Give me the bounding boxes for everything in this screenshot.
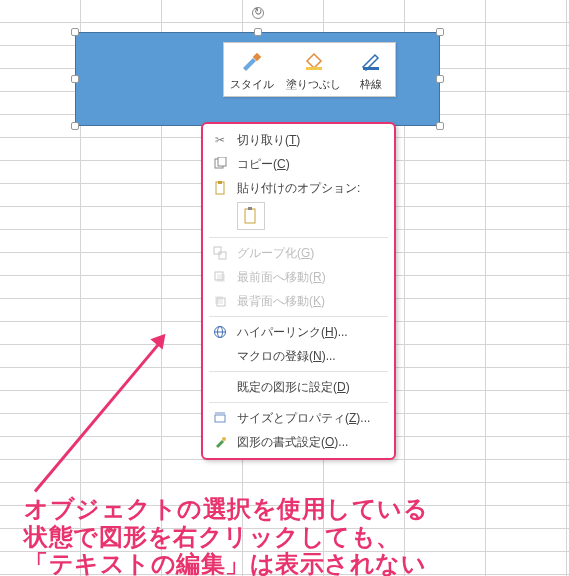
menu-cut-label: 切り取り(T) <box>237 132 300 149</box>
outline-button[interactable]: 枠線 <box>347 43 395 96</box>
annotation-caption: オブジェクトの選択を使用している 状態で図形を右クリックしても、 「テキストの編… <box>24 495 428 576</box>
bring-front-icon <box>209 268 231 286</box>
copy-icon <box>209 155 231 173</box>
menu-send-back-label: 最背面へ移動(K) <box>237 293 325 310</box>
menu-size-props-label: サイズとプロパティ(Z)... <box>237 410 370 427</box>
globe-icon <box>209 323 231 341</box>
resize-handle[interactable] <box>436 75 444 83</box>
resize-handle[interactable] <box>71 75 79 83</box>
outline-label: 枠線 <box>360 77 382 92</box>
fill-label: 塗りつぶし <box>286 77 341 92</box>
menu-cut[interactable]: ✂ 切り取り(T) <box>203 128 394 152</box>
send-back-icon <box>209 292 231 310</box>
group-icon <box>209 244 231 262</box>
svg-rect-13 <box>215 296 223 304</box>
paintbrush-icon <box>238 49 266 73</box>
menu-hyperlink[interactable]: ハイパーリンク(H)... <box>203 320 394 344</box>
menu-format-shape-label: 図形の書式設定(O)... <box>237 434 348 451</box>
scissors-icon: ✂ <box>209 131 231 149</box>
svg-rect-1 <box>306 67 322 70</box>
mini-toolbar: スタイル 塗りつぶし 枠線 <box>223 42 396 97</box>
format-shape-icon <box>209 433 231 451</box>
menu-bring-front: 最前面へ移動(R) <box>203 265 394 289</box>
menu-set-default-label: 既定の図形に設定(D) <box>237 379 350 396</box>
rotate-handle[interactable] <box>252 7 264 19</box>
menu-set-default[interactable]: 既定の図形に設定(D) <box>203 375 394 399</box>
menu-separator <box>209 316 388 317</box>
menu-paste-options: 貼り付けのオプション: <box>203 176 394 200</box>
resize-handle[interactable] <box>71 122 79 130</box>
caption-line: オブジェクトの選択を使用している <box>24 495 428 523</box>
menu-assign-macro[interactable]: マクロの登録(N)... <box>203 344 394 368</box>
menu-group: グループ化(G) <box>203 241 394 265</box>
svg-rect-18 <box>215 415 225 422</box>
paste-default-button[interactable] <box>237 202 265 230</box>
paste-options-row <box>203 200 394 234</box>
menu-send-back: 最背面へ移動(K) <box>203 289 394 313</box>
menu-group-label: グループ化(G) <box>237 245 314 262</box>
fill-button[interactable]: 塗りつぶし <box>280 43 347 96</box>
svg-rect-10 <box>219 252 226 259</box>
bucket-icon <box>300 49 328 73</box>
clipboard-icon <box>242 207 260 225</box>
caption-line: 「テキストの編集」は表示されない <box>24 550 428 576</box>
svg-rect-7 <box>245 209 255 223</box>
clipboard-icon <box>209 179 231 197</box>
menu-separator <box>209 371 388 372</box>
style-button[interactable]: スタイル <box>224 43 280 96</box>
menu-separator <box>209 402 388 403</box>
menu-size-props[interactable]: サイズとプロパティ(Z)... <box>203 406 394 430</box>
resize-handle[interactable] <box>436 28 444 36</box>
svg-rect-9 <box>214 247 221 254</box>
blank-icon <box>209 378 231 396</box>
menu-hyperlink-label: ハイパーリンク(H)... <box>237 324 348 341</box>
svg-rect-4 <box>218 157 226 166</box>
resize-handle[interactable] <box>436 122 444 130</box>
context-menu: ✂ 切り取り(T) コピー(C) 貼り付けのオプション: グループ化(G) 最前… <box>201 122 396 460</box>
svg-rect-8 <box>248 207 252 210</box>
blank-icon <box>209 347 231 365</box>
resize-handle[interactable] <box>71 28 79 36</box>
svg-rect-6 <box>218 181 222 184</box>
menu-paste-options-label: 貼り付けのオプション: <box>237 180 360 197</box>
menu-copy[interactable]: コピー(C) <box>203 152 394 176</box>
menu-separator <box>209 237 388 238</box>
caption-line: 状態で図形を右クリックしても、 <box>24 523 428 551</box>
menu-format-shape[interactable]: 図形の書式設定(O)... <box>203 430 394 454</box>
size-icon <box>209 409 231 427</box>
svg-rect-2 <box>363 67 379 70</box>
style-label: スタイル <box>230 77 274 92</box>
svg-point-19 <box>222 437 226 441</box>
menu-assign-macro-label: マクロの登録(N)... <box>237 348 336 365</box>
pen-icon <box>357 49 385 73</box>
resize-handle[interactable] <box>254 28 262 36</box>
svg-rect-11 <box>217 274 225 282</box>
menu-copy-label: コピー(C) <box>237 156 290 173</box>
menu-bring-front-label: 最前面へ移動(R) <box>237 269 326 286</box>
